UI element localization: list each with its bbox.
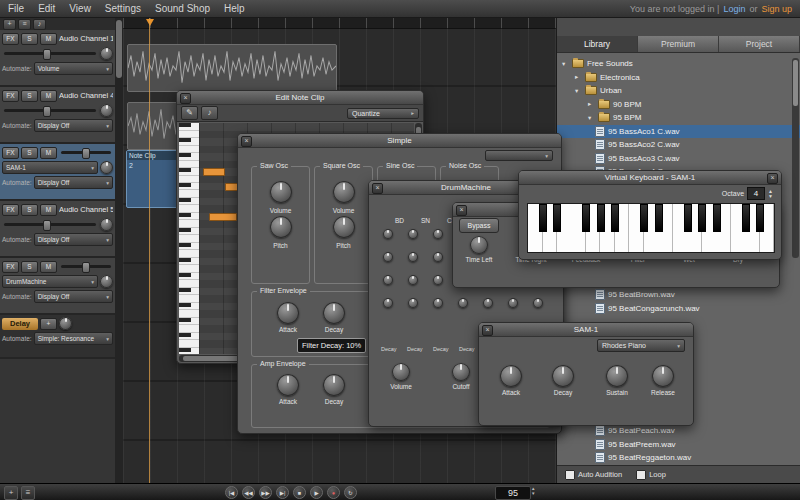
scrollbar-handle[interactable]: [116, 20, 122, 78]
quantize-dropdown[interactable]: Quantize▸: [347, 108, 419, 119]
tree-folder-95bpm[interactable]: ▾ 95 BPM: [557, 111, 800, 125]
sam1-release-knob[interactable]: [652, 365, 674, 387]
saw-volume-knob[interactable]: [270, 181, 292, 203]
black-key[interactable]: [713, 204, 721, 232]
drum-knob[interactable]: [408, 252, 418, 262]
black-key[interactable]: [655, 204, 663, 232]
drum-volume-knob[interactable]: [392, 363, 410, 381]
midi-note[interactable]: [209, 213, 237, 221]
tree-file[interactable]: 95 BeatBrown.wav: [557, 288, 793, 302]
delay-time-left-knob[interactable]: [470, 236, 488, 254]
volume-slider[interactable]: [4, 52, 96, 55]
tree-file[interactable]: 95 BeatPreem.wav: [557, 438, 793, 452]
menu-settings[interactable]: Settings: [105, 3, 141, 14]
drum-knob[interactable]: [408, 298, 418, 308]
black-key[interactable]: [698, 204, 706, 232]
rack-scrollbar[interactable]: [115, 18, 123, 483]
menu-help[interactable]: Help: [224, 3, 245, 14]
black-key[interactable]: [597, 204, 605, 232]
add-button[interactable]: +: [4, 486, 18, 500]
mute-button[interactable]: M: [40, 261, 57, 273]
drum-cutoff-knob[interactable]: [452, 363, 470, 381]
skip-end-button[interactable]: ▶|: [276, 486, 289, 499]
channel-menu-icon[interactable]: ≡: [18, 19, 31, 30]
tree-file[interactable]: 95 BassAco2 C.wav: [557, 138, 800, 152]
login-link[interactable]: Login: [723, 4, 745, 14]
tree-file[interactable]: 95 BassAco1 C.wav: [557, 125, 800, 139]
saw-pitch-knob[interactable]: [270, 216, 292, 238]
solo-button[interactable]: S: [21, 33, 38, 45]
window-titlebar[interactable]: × SAM-1: [479, 323, 693, 337]
drum-knob[interactable]: [483, 298, 493, 308]
drum-knob[interactable]: [433, 252, 443, 262]
octave-stepper[interactable]: ▲▼: [768, 189, 773, 199]
automate-dropdown[interactable]: Simple: Resonance▾: [34, 332, 113, 345]
chevron-down-icon[interactable]: ▼: [768, 194, 773, 199]
close-icon[interactable]: ×: [767, 173, 778, 184]
note-icon[interactable]: ♪: [33, 19, 46, 30]
list-view-icon[interactable]: ≡: [21, 486, 35, 500]
record-button[interactable]: ●: [327, 486, 340, 499]
preset-dropdown[interactable]: ▾: [485, 150, 553, 161]
fast-forward-button[interactable]: ▶▶: [259, 486, 272, 499]
bpm-stepper[interactable]: ▲▼: [531, 486, 535, 496]
black-key[interactable]: [611, 204, 619, 232]
delay-effect-chip[interactable]: Delay: [2, 318, 38, 330]
amp-decay-knob[interactable]: [323, 374, 345, 396]
automate-dropdown[interactable]: Display Off▾: [34, 176, 113, 189]
playhead-marker-icon[interactable]: [146, 19, 154, 26]
tab-premium[interactable]: Premium: [638, 36, 719, 52]
note-tool-icon[interactable]: ♪: [201, 106, 218, 120]
add-channel-button[interactable]: +: [3, 19, 16, 30]
note-clip[interactable]: Note Clip 2: [126, 150, 183, 208]
volume-slider[interactable]: [4, 109, 96, 112]
tree-file[interactable]: 95 BeatPeach.wav: [557, 424, 793, 438]
effect-knob[interactable]: [59, 317, 72, 330]
black-key[interactable]: [756, 204, 764, 232]
filter-decay-knob[interactable]: [323, 302, 345, 324]
scrollbar-handle[interactable]: [183, 356, 243, 361]
square-volume-knob[interactable]: [333, 181, 355, 203]
pan-knob[interactable]: [100, 218, 113, 231]
black-key[interactable]: [640, 204, 648, 232]
sam1-attack-knob[interactable]: [500, 365, 522, 387]
signup-link[interactable]: Sign up: [761, 4, 792, 14]
tree-folder-electronica[interactable]: ▸ Electronica: [557, 71, 800, 85]
mute-button[interactable]: M: [40, 90, 57, 102]
drum-knob[interactable]: [533, 298, 543, 308]
sam1-sustain-knob[interactable]: [606, 365, 628, 387]
virtual-piano-keys[interactable]: [527, 203, 775, 253]
tab-library[interactable]: Library: [557, 36, 638, 52]
mute-button[interactable]: M: [40, 33, 57, 45]
scrollbar-handle[interactable]: [793, 60, 798, 106]
square-pitch-knob[interactable]: [333, 216, 355, 238]
slider-handle[interactable]: [82, 148, 90, 159]
drum-knob[interactable]: [383, 275, 393, 285]
tree-folder-urban[interactable]: ▾ Urban: [557, 84, 800, 98]
drum-knob[interactable]: [383, 298, 393, 308]
window-titlebar[interactable]: × Simple: [238, 134, 561, 148]
library-scrollbar[interactable]: [792, 58, 799, 258]
window-titlebar[interactable]: Virtual Keyboard - SAM-1 ×: [519, 171, 781, 185]
black-key[interactable]: [539, 204, 547, 232]
mute-button[interactable]: M: [40, 147, 57, 159]
midi-note[interactable]: [203, 168, 225, 176]
pan-knob[interactable]: [100, 275, 113, 288]
drum-knob[interactable]: [433, 229, 443, 239]
black-key[interactable]: [742, 204, 750, 232]
audio-clip[interactable]: [127, 44, 337, 92]
amp-attack-knob[interactable]: [277, 374, 299, 396]
volume-slider[interactable]: [61, 265, 111, 268]
drum-knob[interactable]: [433, 275, 443, 285]
close-icon[interactable]: ×: [482, 325, 493, 336]
close-icon[interactable]: ×: [372, 183, 383, 194]
solo-button[interactable]: S: [21, 261, 38, 273]
solo-button[interactable]: S: [21, 204, 38, 216]
window-titlebar[interactable]: × Edit Note Clip: [177, 91, 423, 105]
stop-button[interactable]: ■: [293, 486, 306, 499]
piano-roll-keys[interactable]: [179, 123, 199, 354]
drum-knob[interactable]: [508, 298, 518, 308]
solo-button[interactable]: S: [21, 90, 38, 102]
filter-attack-knob[interactable]: [277, 302, 299, 324]
pan-knob[interactable]: [100, 161, 113, 174]
